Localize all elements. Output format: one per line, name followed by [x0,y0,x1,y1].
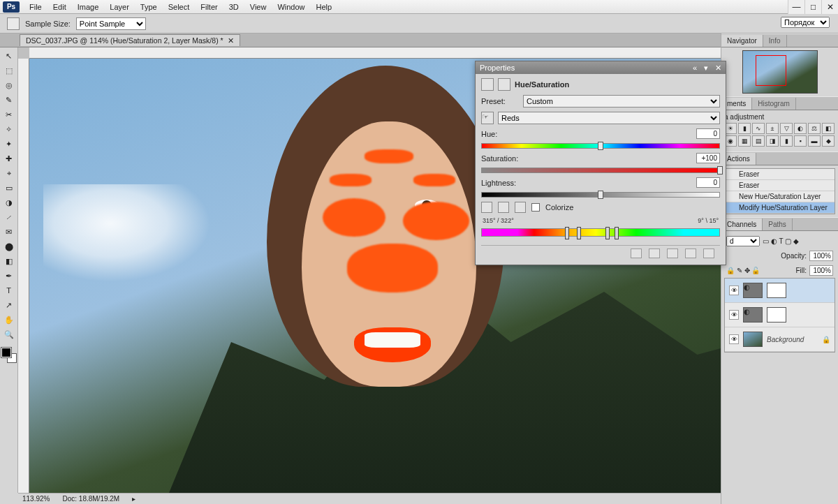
colorize-checkbox[interactable] [531,203,540,212]
visibility-icon[interactable]: 👁 [729,334,739,344]
menu-filter[interactable]: Filter [195,1,223,13]
lightness-value[interactable]: 0 [696,177,720,188]
adj-bw-icon[interactable]: ◧ [822,123,835,134]
adj-poster-icon[interactable]: ▮ [780,135,793,147]
layer-row[interactable]: 👁 ◐ [725,279,835,303]
adj-thresh-icon[interactable]: ▪ [794,135,807,147]
saturation-slider[interactable] [481,168,720,173]
visibility-icon[interactable]: 👁 [729,310,739,320]
hue-slider[interactable] [481,143,720,149]
opacity-field[interactable]: 100% [809,251,833,261]
pen-tool[interactable]: ◧ [1,254,17,268]
document-tab[interactable]: DSC_0037.JPG @ 114% (Hue/Saturation 2, L… [20,34,240,46]
foreground-color-swatch[interactable] [1,348,11,357]
saturation-value[interactable]: +100 [696,153,720,163]
eyedropper-tool[interactable]: ✧ [1,122,17,136]
window-close-button[interactable]: ✕ [821,0,838,14]
gradient-tool[interactable]: ⟋ [1,210,17,224]
ruler-vertical[interactable] [18,59,29,493]
properties-header[interactable]: Properties « ▾ ✕ [476,61,726,74]
layer-mask-thumb[interactable] [767,283,786,298]
window-maximize-button[interactable]: □ [804,0,821,14]
adj-gradmap-icon[interactable]: ▬ [808,135,821,147]
menu-window[interactable]: Window [272,1,310,13]
adj-invert-icon[interactable]: ◨ [766,135,779,147]
ruler-horizontal[interactable] [29,47,721,59]
crop-tool[interactable]: ✂ [1,108,17,121]
current-tool-icon[interactable] [7,17,20,30]
clip-to-layer-icon[interactable] [631,249,642,258]
window-minimize-button[interactable]: — [788,0,804,14]
tab-paths[interactable]: Paths [763,218,793,230]
dodge-tool[interactable]: ⬤ [1,239,17,253]
fill-field[interactable]: 100% [809,265,833,276]
hand-tool[interactable]: ✋ [1,313,17,327]
layer-mask-thumb[interactable] [767,307,786,323]
brush-tool[interactable]: ✚ [1,151,17,165]
targeted-adjust-icon[interactable]: ☞ [481,112,494,124]
actions-list[interactable]: Eraser Eraser New Hue/Saturation Layer M… [724,168,835,214]
layer-row[interactable]: 👁 ◐ [725,303,835,327]
view-previous-icon[interactable] [649,249,660,258]
menu-help[interactable]: Help [311,1,338,13]
tab-channels[interactable]: Channels [721,218,763,230]
menu-edit[interactable]: Edit [47,1,72,13]
zoom-readout[interactable]: 113.92% [22,495,50,503]
action-row[interactable]: New Hue/Saturation Layer [725,191,835,202]
channel-select[interactable]: Reds [498,112,720,124]
adj-hue-icon[interactable]: ◐ [794,123,807,134]
eyedropper-add-icon[interactable] [498,202,509,213]
adjustment-type-icon[interactable] [481,78,494,91]
menu-view[interactable]: View [244,1,272,13]
adj-curves-icon[interactable]: ∿ [752,123,765,134]
lightness-slider[interactable] [481,192,720,198]
eyedropper-icon[interactable] [481,202,492,213]
zoom-tool[interactable]: 🔍 [1,327,17,341]
healing-tool[interactable]: ✦ [1,137,17,151]
adjustment-thumb-icon[interactable]: ◐ [743,283,763,298]
tab-actions[interactable]: Actions [721,153,756,165]
menu-image[interactable]: Image [72,1,105,13]
layer-name[interactable]: Background [767,336,804,343]
color-swatches[interactable] [1,348,17,363]
type-tool[interactable]: ✒ [1,269,17,283]
blur-tool[interactable]: ✉ [1,225,17,239]
adj-chmix-icon[interactable]: ▦ [738,135,751,147]
menu-3d[interactable]: 3D [223,1,244,13]
layer-thumb[interactable] [743,332,763,347]
trash-icon[interactable] [703,249,714,258]
sample-size-select[interactable]: Point Sample [76,17,146,30]
menu-select[interactable]: Select [163,1,196,13]
panel-menu-icon[interactable]: ▾ [704,64,708,73]
workspace-switcher[interactable]: Порядок [781,17,830,28]
stamp-tool[interactable]: ⌖ [1,166,17,180]
adj-lookup-icon[interactable]: ▤ [752,135,765,147]
move-tool[interactable]: ↖ [1,49,17,63]
lasso-tool[interactable]: ◎ [1,78,17,92]
color-range-bar[interactable] [481,228,720,237]
marquee-tool[interactable]: ⬚ [1,64,17,77]
adj-exposure-icon[interactable]: ± [766,123,779,134]
path-select-tool[interactable]: T [1,283,17,297]
tab-histogram[interactable]: Histogram [752,98,796,110]
properties-panel[interactable]: Properties « ▾ ✕ Hue/Saturation Preset: … [475,61,726,265]
layer-row[interactable]: 👁 Background 🔒 [725,327,835,352]
action-row[interactable]: Modify Hue/Saturation Layer [725,202,835,214]
menu-type[interactable]: Type [135,1,163,13]
panel-close-icon[interactable]: ✕ [715,64,721,73]
panel-collapse-icon[interactable]: « [693,64,697,73]
menu-layer[interactable]: Layer [104,1,135,13]
eraser-tool[interactable]: ◑ [1,195,17,209]
eyedropper-sub-icon[interactable] [515,202,526,213]
adj-selcolor-icon[interactable]: ◆ [822,135,835,147]
visibility-icon[interactable]: 👁 [729,286,739,295]
history-brush-tool[interactable]: ▭ [1,181,17,195]
action-row[interactable]: Eraser [725,169,835,180]
tab-close-icon[interactable]: ✕ [228,36,234,45]
adj-colorbal-icon[interactable]: ⚖ [808,123,821,134]
status-arrow-icon[interactable]: ▸ [132,495,135,503]
action-row[interactable]: Eraser [725,180,835,191]
adjustment-thumb-icon[interactable]: ◐ [743,307,763,323]
menu-file[interactable]: File [24,1,47,13]
shape-tool[interactable]: ↗ [1,298,17,312]
